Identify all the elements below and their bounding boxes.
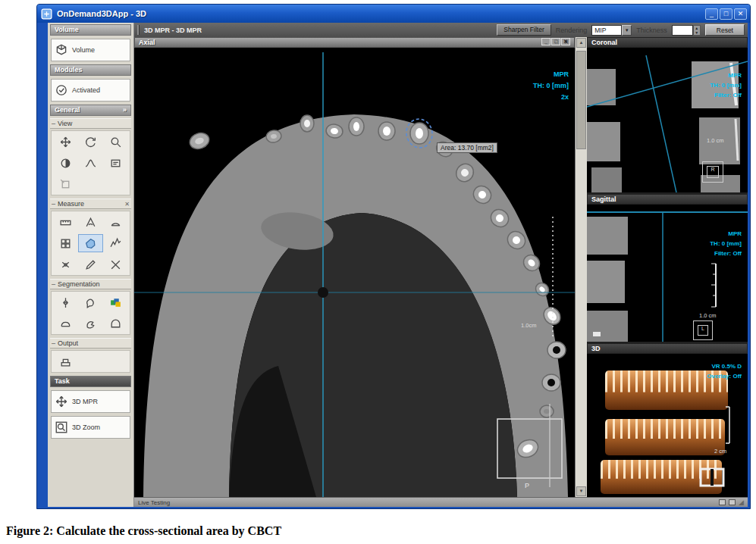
maximize-button[interactable]: □ <box>720 8 732 20</box>
coronal-header[interactable]: Coronal <box>587 37 748 48</box>
scrollbar-thumb[interactable] <box>576 51 586 149</box>
pan-tool[interactable] <box>53 133 78 151</box>
arc-tool[interactable] <box>103 213 128 231</box>
pane-maximize-icon[interactable]: □ <box>551 38 560 45</box>
zoom-tool[interactable] <box>103 133 128 151</box>
rendering-select[interactable]: MIP ▼ <box>591 25 632 36</box>
measure-subsection[interactable]: –Measure✕ <box>50 199 131 209</box>
volume3d-scale-label: 2 cm <box>714 448 726 455</box>
measure-options-icon[interactable]: ✕ <box>124 201 130 208</box>
minimize-button[interactable]: _ <box>705 8 718 20</box>
region-tool[interactable] <box>53 314 78 333</box>
rotate-tool[interactable] <box>78 133 103 151</box>
mpr-label: MPR <box>533 69 569 80</box>
pane-close-icon[interactable]: ✕ <box>561 38 570 45</box>
sagittal-view[interactable]: MPR TH: 0 [mm] Filter: Off 1.0 cm L <box>587 205 748 342</box>
delete-measure-tool[interactable] <box>103 255 128 274</box>
close-button[interactable]: ✕ <box>734 8 747 20</box>
coronal-panel: Coronal <box>587 37 748 192</box>
area-annotation[interactable]: Area: 13.70 [mm2] <box>437 142 497 153</box>
figure-caption: Figure 2: Calculate the cross-sectional … <box>6 524 281 538</box>
task-item-label: 3D Zoom <box>72 424 100 431</box>
lasso-tool[interactable] <box>78 293 103 311</box>
zoom-box-icon <box>55 421 68 434</box>
angle-tool[interactable] <box>78 213 103 231</box>
title-bar[interactable]: OnDemand3DApp - 3D _ □ ✕ <box>37 5 750 23</box>
axial-view[interactable]: MPR TH: 0 [mm] 2x Area: 13.70 [mm2] 1.0c… <box>134 48 575 497</box>
crop-icon <box>109 317 122 330</box>
filter-overlay: Filter: Off <box>710 249 742 258</box>
app-window: OnDemand3DApp - 3D _ □ ✕ Volume Volume M… <box>36 4 751 509</box>
coronal-view[interactable]: MPR TH: 0 [mm] Filter: Off 1.0 cm R <box>587 48 748 192</box>
thickness-input[interactable] <box>672 25 693 36</box>
profile-tool[interactable] <box>103 234 128 252</box>
axial-scale-label: 1.0cm <box>521 322 536 329</box>
coronal-scale-label: 1.0 cm <box>707 137 724 144</box>
view-subsection[interactable]: –View <box>50 118 131 129</box>
pane-minimize-icon[interactable]: _ <box>541 38 551 45</box>
volume-item[interactable]: Volume <box>51 39 130 61</box>
scroll-up-icon[interactable]: ▲ <box>576 38 586 48</box>
task-3d-mpr-item[interactable]: 3D MPR <box>51 390 130 413</box>
pin-icon[interactable]: » <box>123 105 127 115</box>
rotate3d-tool[interactable] <box>53 255 78 274</box>
view-tool-grid <box>51 130 130 195</box>
coronal-image <box>587 48 748 192</box>
threshold-icon <box>59 296 72 309</box>
export-tool[interactable] <box>53 352 78 370</box>
brightness-contrast-icon <box>59 157 72 170</box>
axial-title: Axial <box>139 38 155 47</box>
volume-item-label: Volume <box>72 46 95 54</box>
modules-activated-item[interactable]: Activated <box>51 79 130 102</box>
rendering-label: Rendering <box>556 27 588 34</box>
area-tool[interactable] <box>78 234 103 252</box>
volume-section-header[interactable]: Volume <box>50 24 131 36</box>
crop-tool[interactable] <box>103 314 128 333</box>
sagittal-header[interactable]: Sagittal <box>587 194 748 205</box>
layout-icon[interactable] <box>729 499 736 505</box>
reset-view-tool[interactable] <box>53 175 78 193</box>
profile-icon <box>109 237 122 250</box>
app-icon <box>40 8 53 20</box>
teeth-render-band <box>601 460 722 494</box>
task-section-header[interactable]: Task <box>50 376 131 387</box>
resize-grip-icon[interactable]: ◢ <box>739 499 744 506</box>
spinner-icons[interactable]: ▲▼ <box>693 25 701 36</box>
sharpen-filter-button[interactable]: Sharpen Filter <box>497 24 551 36</box>
grid-tool[interactable] <box>53 234 78 252</box>
vertical-scrollbar[interactable]: ▲ ▼ <box>575 37 587 497</box>
scroll-down-icon[interactable]: ▼ <box>576 486 586 496</box>
sculpt-tool[interactable] <box>78 314 103 333</box>
output-subsection[interactable]: –Output <box>50 338 131 349</box>
color-mask-tool[interactable] <box>103 293 128 311</box>
sidebar: Volume Volume Modules Activated General»… <box>48 23 134 507</box>
segmentation-subsection[interactable]: –Segmentation <box>50 279 131 289</box>
reset-button[interactable]: Reset <box>705 24 745 36</box>
task-item-label: 3D MPR <box>72 398 98 405</box>
draw-icon <box>84 258 97 271</box>
threshold-tool[interactable] <box>53 293 78 311</box>
annotation-tool[interactable] <box>103 154 128 172</box>
status-bar: Live Testing ◢ <box>134 497 748 507</box>
thickness-stepper[interactable]: ▲▼ <box>672 25 701 36</box>
general-section-header[interactable]: General» <box>50 105 131 116</box>
windowing-tool[interactable] <box>78 154 103 172</box>
sculpt-icon <box>84 317 97 330</box>
draw-tool[interactable] <box>78 255 103 274</box>
sagittal-panel: Sagittal <box>587 194 748 342</box>
brightness-contrast-tool[interactable] <box>53 154 78 172</box>
reset-view-icon <box>59 178 72 191</box>
task-3d-zoom-item[interactable]: 3D Zoom <box>51 416 130 439</box>
volume3d-view[interactable]: VR 0.5% D Overlay: Off 2 cm <box>587 354 748 497</box>
orientation-cube[interactable]: R <box>702 161 723 183</box>
modules-section-header[interactable]: Modules <box>50 64 131 76</box>
axial-header[interactable]: Axial _ □ ✕ <box>134 37 575 48</box>
modules-item-label: Activated <box>72 86 100 94</box>
distance-tool[interactable] <box>53 213 78 231</box>
coronal-title: Coronal <box>591 38 617 47</box>
chevron-down-icon[interactable]: ▼ <box>622 25 632 36</box>
orientation-cube[interactable]: L <box>693 320 713 340</box>
toolbar-grip[interactable] <box>137 25 140 35</box>
volume3d-header[interactable]: 3D <box>587 343 748 354</box>
layout-icon[interactable] <box>719 499 726 505</box>
